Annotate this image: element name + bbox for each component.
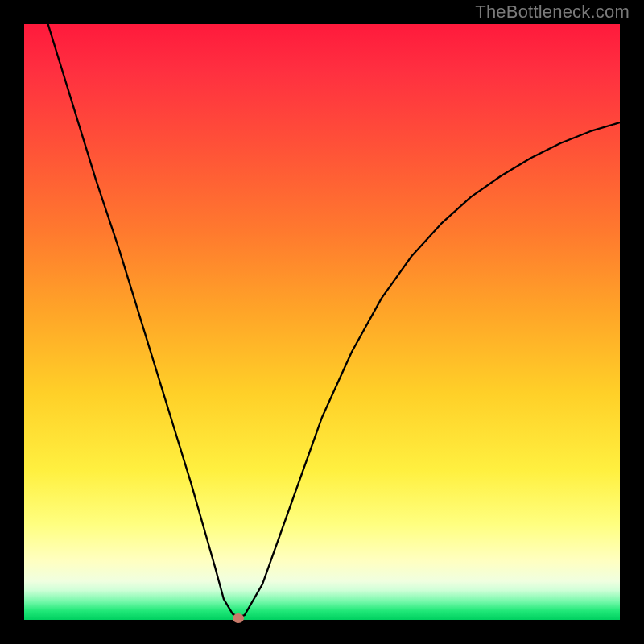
bottleneck-curve-line: [48, 24, 620, 617]
watermark-text: TheBottleneck.com: [475, 2, 630, 23]
optimal-point-marker: [233, 613, 244, 623]
plot-area: [24, 24, 620, 620]
curve-svg: [24, 24, 620, 620]
chart-container: TheBottleneck.com: [0, 0, 644, 644]
